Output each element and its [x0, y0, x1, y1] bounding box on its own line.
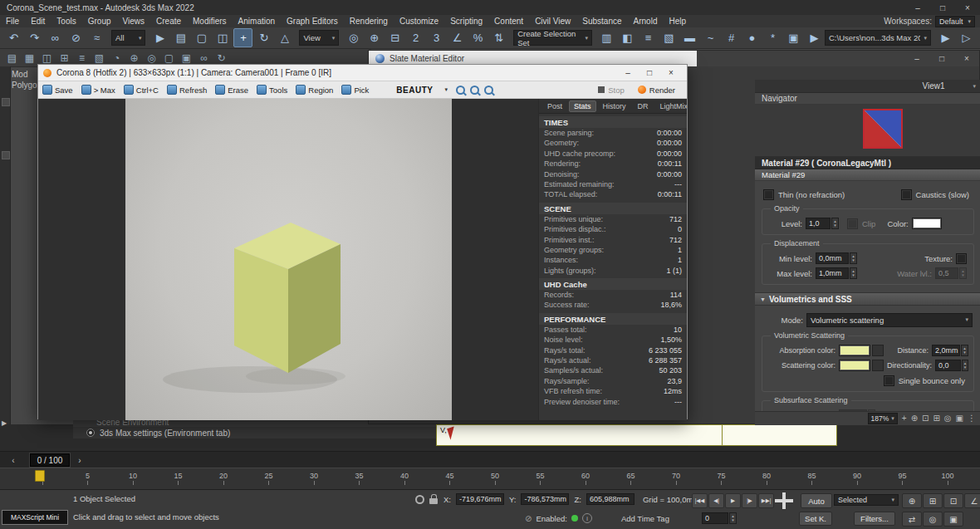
zoom-all-button[interactable]: ⊞ — [923, 493, 943, 508]
menu-tools[interactable]: Tools — [51, 17, 81, 26]
close-button[interactable]: × — [954, 54, 979, 63]
menu-modifiers[interactable]: Modifiers — [187, 17, 233, 26]
extras-toolbar-icon[interactable]: ▧ — [91, 51, 107, 66]
menu-create[interactable]: Create — [150, 17, 187, 26]
extras-toolbar-icon[interactable]: ↻ — [213, 51, 229, 66]
close-button[interactable]: × — [955, 0, 980, 15]
zoom-out-icon[interactable] — [456, 86, 465, 95]
menu-civil-view[interactable]: Civil View — [529, 17, 576, 26]
vfb-tools-button[interactable]: Tools — [252, 85, 292, 95]
z-coordinate-field[interactable]: 605,988mm — [586, 493, 635, 505]
tab-lightmix[interactable]: LightMix — [655, 100, 687, 112]
toggle-layer-explorer-button[interactable]: ▧ — [659, 28, 679, 47]
absorption-texture-slot[interactable] — [872, 345, 884, 356]
menu-substance[interactable]: Substance — [576, 17, 627, 26]
zoom-reset-icon[interactable] — [470, 86, 479, 95]
selection-filter-dropdown[interactable]: All ▾ — [111, 30, 145, 46]
vfb-copy-button[interactable]: Ctrl+C — [120, 85, 163, 95]
align-button[interactable]: ≡ — [639, 28, 658, 47]
opacity-level-field[interactable]: 1,0 — [806, 218, 831, 229]
distance-field[interactable]: 2,0mm — [932, 345, 960, 356]
render-button[interactable]: Render — [638, 86, 675, 95]
close-button[interactable]: × — [660, 65, 682, 81]
y-coordinate-field[interactable]: -786,573mm — [521, 493, 569, 505]
render-setup-button[interactable]: * — [763, 28, 782, 47]
key-filters-button[interactable]: Filters... — [854, 512, 895, 526]
next-frame-arrow[interactable]: › — [75, 456, 85, 465]
auto-key-button[interactable]: Auto — [801, 493, 832, 508]
workspaces-dropdown[interactable]: Default ▾ — [935, 16, 975, 27]
extras-toolbar-icon[interactable]: ◎ — [144, 51, 159, 66]
ribbon-tab-modeling[interactable]: Mod — [12, 70, 27, 79]
frame-spinner[interactable]: ▴▾ — [729, 512, 737, 524]
displacement-max-field[interactable]: 1,0mm — [816, 267, 849, 279]
tab-post[interactable]: Post — [542, 100, 567, 112]
snaps-toggle-3d[interactable]: 3 — [427, 28, 446, 47]
pan-hand-icon[interactable]: + — [902, 414, 907, 423]
maximize-button[interactable]: □ — [930, 0, 955, 15]
distance-spinner[interactable]: ▴▾ — [961, 345, 968, 356]
single-bounce-checkbox[interactable] — [884, 375, 894, 386]
select-and-move-button[interactable]: + — [233, 28, 252, 47]
orbit-icon[interactable]: ◎ — [944, 414, 952, 423]
track-bar[interactable]: V, — [436, 424, 837, 446]
project-path-field[interactable]: C:\Users\non...3ds Max 202 ▾ — [825, 30, 931, 46]
select-and-rotate-button[interactable]: ↻ — [254, 28, 273, 47]
use-pivot-point-center-button[interactable]: ◎ — [344, 28, 363, 47]
go-to-end-button[interactable]: ▶▶| — [758, 493, 774, 508]
window-crossing-toggle[interactable]: ◫ — [213, 28, 232, 47]
adaptive-degradation-icon[interactable]: ⊘ — [525, 514, 532, 523]
curve-editor-button[interactable]: ~ — [701, 28, 720, 47]
vfb-pick-button[interactable]: Pick — [337, 85, 373, 95]
edit-named-selection-sets-button[interactable]: ▥ — [597, 28, 616, 47]
stop-render-button[interactable]: Stop — [598, 86, 625, 95]
rectangular-selection-region-button[interactable]: ▢ — [192, 28, 211, 47]
menu-group[interactable]: Group — [82, 17, 117, 26]
expand-arrow-icon[interactable]: ▶ — [2, 419, 7, 427]
unlink-selection-button[interactable]: ⊘ — [66, 28, 86, 47]
tab-stats[interactable]: Stats — [569, 100, 596, 112]
channel-selector[interactable]: BEAUTY — [396, 86, 433, 95]
rendered-frame-window-button[interactable]: ▣ — [784, 28, 803, 47]
displacement-min-field[interactable]: 0,0mm — [816, 252, 849, 264]
add-time-tag[interactable]: Add Time Tag — [621, 514, 669, 523]
zoom-tool-icon[interactable]: ⊕ — [911, 414, 918, 423]
next-frame-button[interactable]: |▶ — [742, 493, 757, 508]
dock-handle-icon[interactable] — [2, 151, 10, 159]
extras-toolbar-icon[interactable]: ◫ — [39, 51, 55, 66]
extras-toolbar-icon[interactable]: ⊕ — [126, 51, 142, 66]
render-production-button[interactable]: ▶ — [805, 28, 824, 47]
rollout-volumetrics[interactable]: ▼ Volumetrics and SSS — [755, 292, 980, 306]
menu-scripting[interactable]: Scripting — [444, 17, 488, 26]
angle-snap-toggle[interactable]: ∠ — [448, 28, 467, 47]
vfb-titlebar[interactable]: Corona 8 (Hotfix 2) | 633×633px (1:1) | … — [38, 65, 687, 81]
maximize-button[interactable]: □ — [639, 65, 660, 81]
material-editor-button[interactable]: ● — [742, 28, 762, 47]
info-icon[interactable]: i — [582, 513, 592, 523]
spinner-snap-toggle[interactable]: ⇅ — [489, 28, 508, 47]
absorption-color-swatch[interactable] — [839, 345, 870, 356]
snaps-toggle-2d[interactable]: 2 — [406, 28, 425, 47]
menu-views[interactable]: Views — [117, 17, 151, 26]
orbit-button[interactable]: ◎ — [923, 512, 943, 527]
pan-view-button[interactable] — [775, 492, 793, 509]
tab-history[interactable]: History — [598, 100, 631, 112]
environment-settings-row[interactable]: 3ds Max settings (Environment tab) — [73, 427, 436, 438]
menu-rendering[interactable]: Rendering — [344, 17, 394, 26]
zoom-in-icon[interactable] — [484, 86, 493, 95]
menu-arnold[interactable]: Arnold — [628, 17, 664, 26]
extras-toolbar-icon[interactable]: ▦ — [22, 51, 37, 66]
mode-dropdown[interactable]: Volumetric scattering ▾ — [806, 313, 973, 327]
displacement-water-field[interactable]: 0,5 — [935, 267, 958, 279]
extras-toolbar-icon[interactable]: ▣ — [179, 51, 194, 66]
select-and-scale-button[interactable]: △ — [275, 28, 294, 47]
opacity-color-swatch[interactable] — [912, 218, 942, 229]
navigator-panel[interactable] — [755, 105, 980, 157]
previous-frame-button[interactable]: ◀| — [708, 493, 724, 508]
extras-toolbar-icon[interactable]: ∞ — [196, 51, 212, 66]
thin-checkbox[interactable] — [763, 189, 774, 200]
directionality-field[interactable]: 0,0 — [935, 360, 961, 371]
displacement-texture-checkbox[interactable] — [956, 253, 967, 264]
caustics-checkbox[interactable] — [901, 189, 912, 200]
extras-toolbar-icon[interactable]: ≡ — [74, 51, 90, 66]
